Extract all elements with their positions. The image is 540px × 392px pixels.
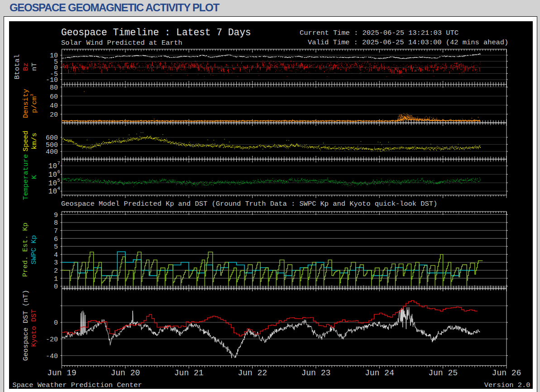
svg-text:10: 10 (48, 162, 57, 170)
svg-text:3: 3 (54, 259, 58, 267)
svg-text:Temperature: Temperature (22, 154, 30, 200)
svg-text:-10: -10 (46, 76, 58, 84)
svg-text:4: 4 (54, 251, 58, 259)
svg-text:500: 500 (46, 142, 58, 149)
svg-text:Jun 24: Jun 24 (365, 368, 394, 378)
svg-text:10: 10 (48, 188, 57, 196)
svg-text:400: 400 (46, 148, 58, 156)
svg-text:-20: -20 (46, 336, 58, 344)
svg-text:Jun 19: Jun 19 (47, 368, 76, 378)
svg-text:5: 5 (57, 178, 60, 183)
svg-text:Jun 21: Jun 21 (174, 368, 204, 378)
svg-text:Space Weather Prediction Cente: Space Weather Prediction Center (12, 381, 142, 389)
svg-text:Jun 25: Jun 25 (428, 368, 458, 378)
svg-text:2: 2 (54, 267, 58, 275)
svg-text:Geospace DST (nT): Geospace DST (nT) (22, 290, 30, 361)
svg-text:9: 9 (54, 212, 58, 219)
svg-text:km/s: km/s (30, 133, 38, 150)
svg-text:4: 4 (57, 186, 60, 191)
svg-text:SWPC Kp: SWPC Kp (30, 235, 38, 264)
svg-text:Jun 20: Jun 20 (110, 368, 140, 378)
svg-text:Geospace Model Predicted Kp an: Geospace Model Predicted Kp and DST (Gro… (61, 200, 437, 208)
svg-text:Pred. Est. Kp: Pred. Est. Kp (21, 222, 29, 277)
svg-text:0: 0 (54, 283, 58, 291)
svg-text:600: 600 (46, 134, 58, 142)
svg-text:Version 2.0: Version 2.0 (484, 381, 530, 389)
svg-text:Valid Time : 2025-06-25 14:03:: Valid Time : 2025-06-25 14:03:00 (42 min… (308, 38, 508, 47)
svg-text:Speed: Speed (22, 131, 30, 151)
svg-text:60: 60 (50, 93, 58, 101)
svg-text:Current Time : 2025-06-25 13:2: Current Time : 2025-06-25 13:21:03 UTC (300, 29, 459, 37)
svg-text:p/cm3: p/cm3 (30, 94, 38, 113)
svg-text:Jun 26: Jun 26 (492, 368, 521, 378)
svg-text:Geospace Timeline : Latest 7 D: Geospace Timeline : Latest 7 Days (61, 27, 251, 38)
svg-text:20: 20 (50, 111, 58, 119)
svg-text:Btotal: Btotal (13, 54, 21, 79)
svg-text:6: 6 (54, 236, 58, 243)
svg-text:Kyoto DST: Kyoto DST (30, 309, 38, 347)
svg-text:Solar Wind Predicted at Earth: Solar Wind Predicted at Earth (61, 39, 182, 47)
svg-text:nT: nT (30, 62, 38, 71)
svg-text:6: 6 (57, 169, 60, 175)
svg-text:Jun 23: Jun 23 (301, 368, 330, 378)
svg-text:Density: Density (22, 89, 30, 118)
svg-text:0: 0 (54, 319, 58, 327)
svg-text:7: 7 (57, 161, 60, 166)
svg-text:40: 40 (50, 102, 58, 110)
svg-text:Bz: Bz (22, 62, 30, 71)
svg-text:Jun 22: Jun 22 (238, 368, 267, 378)
svg-text:8: 8 (54, 219, 58, 227)
svg-text:1: 1 (54, 275, 58, 283)
svg-text:-40: -40 (46, 353, 58, 360)
svg-text:10: 10 (48, 179, 57, 188)
svg-text:80: 80 (50, 84, 58, 92)
svg-text:K: K (30, 175, 38, 179)
svg-text:7: 7 (54, 227, 58, 235)
svg-text:10: 10 (48, 171, 57, 179)
svg-text:5: 5 (54, 243, 58, 251)
